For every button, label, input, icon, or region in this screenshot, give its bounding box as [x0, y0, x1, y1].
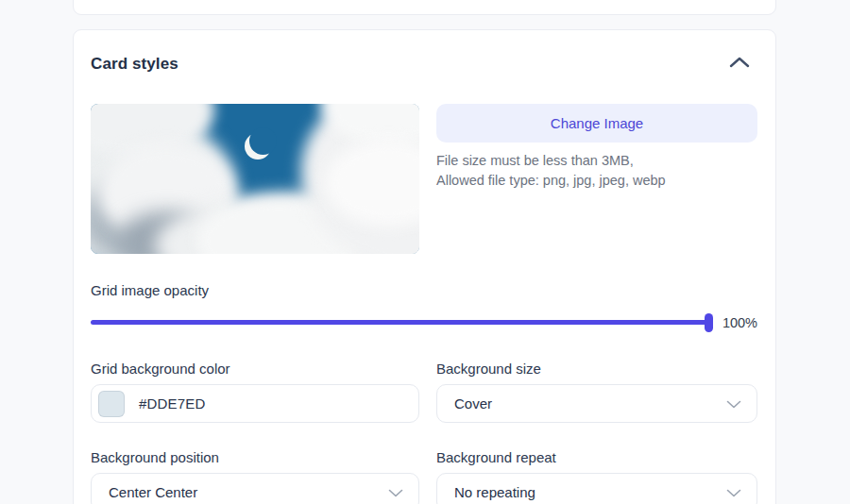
previous-card-partial: [73, 0, 776, 15]
opacity-slider-row: 100%: [91, 312, 757, 332]
background-size-value: Cover: [454, 395, 492, 412]
grid-background-color-input[interactable]: #DDE7ED: [91, 384, 419, 423]
panel-header: Card styles: [91, 54, 757, 74]
background-size-field: Background size Cover: [436, 361, 757, 423]
opacity-slider[interactable]: [91, 320, 712, 325]
upload-help-text: File size must be less than 3MB, Allowed…: [436, 151, 757, 191]
upload-help-line-1: File size must be less than 3MB,: [436, 151, 757, 171]
background-position-field: Background position Center Center: [91, 450, 419, 504]
opacity-value: 100%: [722, 315, 757, 330]
background-position-value: Center Center: [109, 484, 197, 500]
chevron-down-icon: [388, 484, 403, 500]
change-image-button[interactable]: Change Image: [436, 104, 757, 143]
background-settings-grid: Grid background color #DDE7ED Background…: [91, 361, 757, 504]
background-position-label: Background position: [91, 450, 419, 465]
image-upload-controls: Change Image File size must be less than…: [436, 104, 757, 254]
chevron-up-icon: [729, 57, 750, 71]
background-repeat-field: Background repeat No repeating: [436, 450, 757, 504]
background-repeat-select[interactable]: No repeating: [436, 473, 757, 504]
card-styles-panel: Card styles Change Image File size must: [73, 29, 776, 504]
background-size-select[interactable]: Cover: [436, 384, 757, 423]
grid-background-color-label: Grid background color: [91, 361, 419, 377]
background-repeat-value: No repeating: [454, 484, 536, 500]
opacity-label: Grid image opacity: [91, 282, 209, 298]
upload-help-line-2: Allowed file type: png, jpg, jpeg, webp: [436, 171, 757, 191]
card-background-image-preview: [91, 104, 419, 254]
background-position-select[interactable]: Center Center: [91, 473, 419, 504]
opacity-slider-thumb[interactable]: [705, 313, 713, 332]
image-upload-section: Change Image File size must be less than…: [91, 104, 757, 254]
grid-image-opacity-section: Grid image opacity 100%: [91, 282, 757, 332]
background-repeat-label: Background repeat: [436, 450, 757, 465]
background-size-label: Background size: [436, 361, 757, 377]
chevron-down-icon: [726, 395, 741, 412]
color-hex-value[interactable]: #DDE7ED: [139, 395, 206, 412]
grid-background-color-field: Grid background color #DDE7ED: [91, 361, 419, 423]
chevron-down-icon: [726, 484, 741, 500]
color-swatch[interactable]: [98, 391, 125, 417]
collapse-panel-button[interactable]: [725, 55, 754, 73]
panel-title: Card styles: [91, 54, 178, 74]
